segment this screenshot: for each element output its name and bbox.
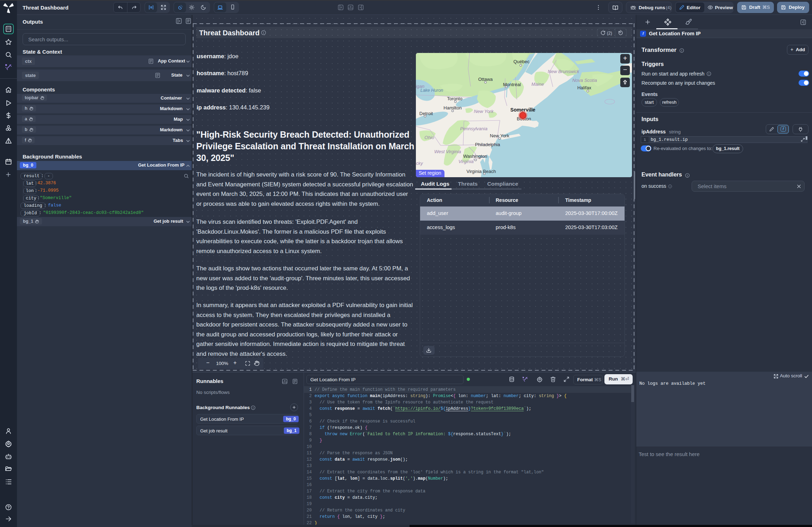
svg-text:Virginia Beach: Virginia Beach (466, 169, 496, 174)
svg-text:West Virginia: West Virginia (434, 149, 461, 154)
svg-text:New Brunswick: New Brunswick (548, 69, 580, 74)
svg-text:Maine: Maine (531, 82, 544, 87)
svg-text:Philadelphia: Philadelphia (475, 142, 501, 147)
svg-text:Lake Huron: Lake Huron (420, 88, 443, 93)
svg-text:New York: New York (474, 109, 494, 114)
svg-text:New York: New York (490, 133, 509, 138)
svg-text:Québec: Québec (513, 59, 530, 64)
svg-text:Toronto: Toronto (447, 96, 462, 101)
svg-text:cky: cky (416, 161, 423, 166)
svg-text:Ohio: Ohio (424, 135, 434, 140)
svg-text:Nova Scotia: Nova Scotia (572, 78, 597, 83)
svg-text:Ottawa: Ottawa (478, 77, 493, 82)
svg-text:Pennsylvania: Pennsylvania (460, 126, 487, 131)
svg-text:Montréal: Montréal (503, 82, 521, 87)
svg-text:Halifax: Halifax (577, 85, 591, 90)
svg-text:Hamilton: Hamilton (443, 105, 461, 110)
svg-text:Virginia: Virginia (458, 159, 473, 164)
svg-text:Washington: Washington (463, 154, 487, 159)
svg-text:Detroit: Detroit (419, 111, 433, 116)
